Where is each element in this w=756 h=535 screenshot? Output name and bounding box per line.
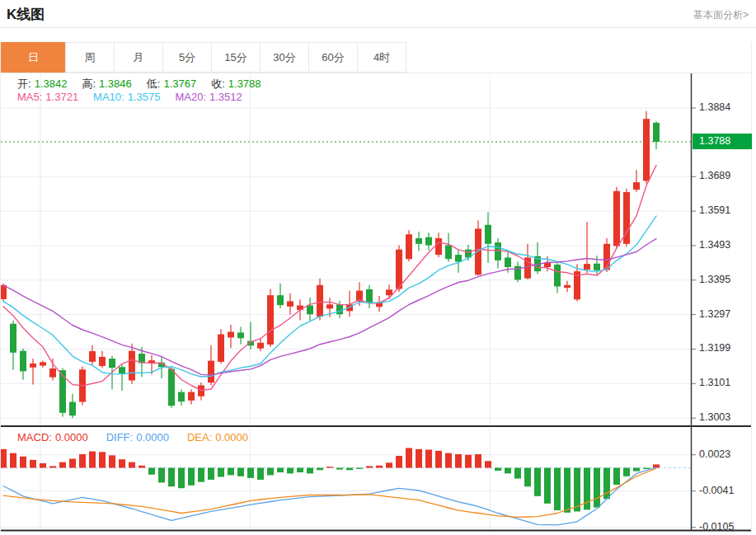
tab-5min[interactable]: 5分 — [162, 42, 212, 73]
tab-60min[interactable]: 60分 — [308, 42, 358, 73]
tab-day[interactable]: 日 — [1, 42, 66, 73]
tab-30min[interactable]: 30分 — [260, 42, 309, 73]
kline-chart-canvas — [1, 73, 751, 533]
interval-tab-bar: 日周月5分15分30分60分4时 — [1, 42, 751, 73]
page-title: K线图 — [7, 5, 45, 24]
chart-plot-area[interactable]: 开:1.3842高:1.3846低:1.3767收:1.3788 MA5:1.3… — [1, 73, 751, 533]
kline-panel: 日周月5分15分30分60分4时 开:1.3842高:1.3846低:1.376… — [0, 42, 752, 533]
tab-week[interactable]: 周 — [65, 42, 115, 73]
tab-4hour[interactable]: 4时 — [357, 42, 406, 73]
tab-15min[interactable]: 15分 — [211, 42, 261, 73]
candles-layer — [1, 111, 660, 418]
fundamental-analysis-link[interactable]: 基本面分析> — [693, 8, 749, 22]
tab-month[interactable]: 月 — [114, 42, 163, 73]
header-divider — [0, 27, 756, 28]
